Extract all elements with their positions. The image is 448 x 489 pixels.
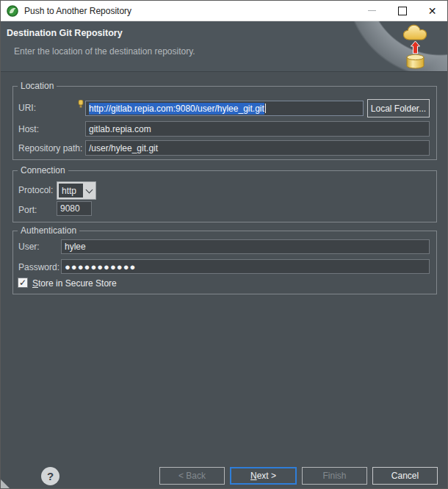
password-input[interactable]: ●●●●●●●●●●● [61,259,430,274]
page-subtitle: Enter the location of the destination re… [14,46,195,57]
protocol-label: Protocol: [18,185,53,195]
next-button[interactable]: Next > [230,467,297,485]
wizard-header: Destination Git Repository Enter the loc… [1,21,447,72]
password-masked-value: ●●●●●●●●●●● [65,261,136,272]
store-secure-checkbox[interactable]: ✓ [18,278,28,288]
close-button[interactable]: ✕ [417,1,447,21]
text-caret [265,104,266,113]
uri-selected-text: http://gitlab.repia.com:9080/user/hylee_… [89,103,264,115]
wizard-buttons: < Back Next > Finish Cancel [159,467,438,485]
host-label: Host: [18,124,39,134]
help-icon: ? [47,470,54,482]
page-title: Destination Git Repository [7,28,123,38]
window-resize-grip[interactable] [1,479,10,488]
minimize-icon [368,10,376,12]
content-assist-icon [78,100,84,108]
up-arrow-icon [411,41,420,54]
maximize-icon [398,7,407,15]
port-label: Port: [18,205,37,215]
uri-input[interactable]: http://gitlab.repia.com:9080/user/hylee_… [85,101,364,116]
minimize-button[interactable] [357,1,387,21]
location-legend: Location [18,81,57,91]
back-button: < Back [159,467,225,485]
authentication-legend: Authentication [18,225,79,236]
titlebar: Push to Another Repository ✕ [1,1,447,21]
repository-path-input[interactable]: /user/hylee_git.git [85,140,430,156]
check-icon: ✓ [19,278,26,287]
connection-legend: Connection [18,165,68,175]
user-input[interactable]: hylee [61,239,430,254]
password-label: Password: [18,262,59,272]
finish-button: Finish [302,467,367,485]
help-button[interactable]: ? [41,467,59,485]
combo-arrow-button[interactable] [83,182,95,199]
store-secure-label[interactable]: Store in Secure Store [32,278,117,289]
host-input[interactable]: gitlab.repia.com [85,121,430,137]
close-icon: ✕ [428,6,437,16]
user-label: User: [18,242,40,252]
window-controls: ✕ [357,1,447,21]
push-repository-dialog: Push to Another Repository ✕ Destination… [0,0,448,489]
window-title: Push to Another Repository [24,6,131,16]
maximize-button[interactable] [387,1,417,21]
chevron-down-icon [86,186,93,193]
cloud-icon [404,25,427,40]
port-input[interactable]: 9080 [57,201,92,216]
protocol-selected-value: http [59,184,83,198]
uri-label: URI: [18,103,36,113]
cancel-button[interactable]: Cancel [372,467,438,485]
protocol-select[interactable]: http [57,181,96,200]
eclipse-green-leaf-icon [7,5,18,17]
local-folder-button[interactable]: Local Folder... [367,99,430,117]
push-to-upstream-icon [402,24,436,70]
repository-path-label: Repository path: [18,143,82,153]
